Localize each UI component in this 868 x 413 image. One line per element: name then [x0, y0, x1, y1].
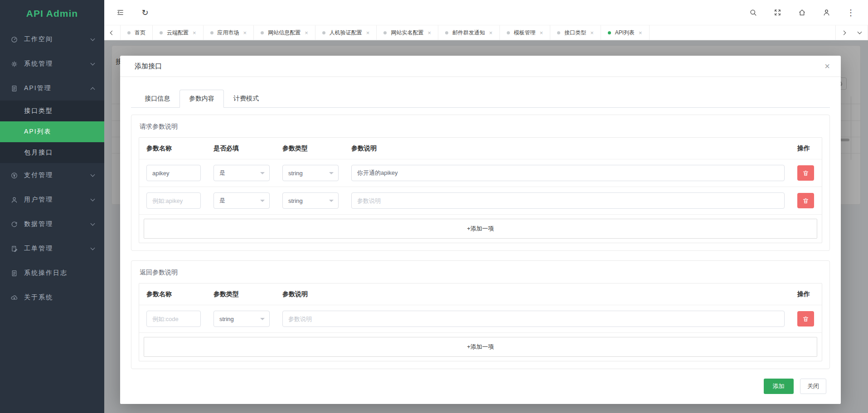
- col-header-desc: 参数说明: [282, 290, 785, 298]
- tab-dot: [210, 31, 213, 34]
- sidebar-item-users[interactable]: 用户管理: [0, 187, 104, 212]
- tab-close-icon[interactable]: ×: [540, 29, 543, 36]
- tab-close-icon[interactable]: ×: [305, 29, 308, 36]
- tab-close-icon[interactable]: ×: [243, 29, 247, 36]
- sidebar-item-operation-log[interactable]: 系统操作日志: [0, 261, 104, 285]
- tab-dot: [445, 31, 448, 34]
- trash-icon: [802, 197, 809, 204]
- tab-close-icon[interactable]: ×: [427, 29, 431, 36]
- table-row: 是 string: [139, 159, 822, 187]
- request-params-table: 参数名称 是否必填 参数类型 参数说明 操作 是 string: [139, 137, 822, 243]
- tab-app-market[interactable]: 应用市场 ×: [204, 25, 254, 40]
- app-logo: API Admin: [0, 0, 104, 27]
- tabs-scroll-right-icon[interactable]: [835, 25, 852, 40]
- tab-close-icon[interactable]: ×: [366, 29, 370, 36]
- chevron-down-icon: [91, 61, 95, 65]
- top-header: ↻ ⋮: [104, 0, 868, 25]
- tab-api-info[interactable]: 接口信息: [135, 90, 179, 108]
- ticket-edit-icon: [10, 245, 18, 253]
- col-header-op: 操作: [797, 290, 815, 298]
- document-icon: [10, 84, 18, 92]
- return-params-section: 返回参数说明 参数名称 参数类型 参数说明 操作 string: [131, 260, 830, 369]
- close-icon[interactable]: ×: [824, 62, 830, 71]
- param-name-input[interactable]: [146, 192, 201, 209]
- caret-down-icon: [260, 172, 265, 177]
- required-select[interactable]: 是: [213, 192, 270, 209]
- tabs-dropdown-icon[interactable]: [852, 25, 868, 40]
- sidebar-item-api-type[interactable]: 接口类型: [0, 101, 104, 121]
- tab-close-icon[interactable]: ×: [639, 29, 642, 36]
- tab-close-icon[interactable]: ×: [193, 29, 196, 36]
- param-type-select[interactable]: string: [282, 165, 339, 181]
- param-desc-input[interactable]: [282, 311, 785, 327]
- section-title: 请求参数说明: [140, 123, 822, 131]
- data-sync-icon: [10, 220, 18, 228]
- tab-billing-mode[interactable]: 计费模式: [224, 90, 268, 108]
- gear-icon: [10, 60, 18, 68]
- modal-tabs: 接口信息 参数内容 计费模式: [131, 90, 830, 108]
- chevron-down-icon: [91, 197, 95, 201]
- sidebar-item-workorder[interactable]: 工单管理: [0, 236, 104, 261]
- tab-cloud-config[interactable]: 云端配置 ×: [153, 25, 204, 40]
- param-desc-input[interactable]: [351, 192, 785, 209]
- tab-captcha-config[interactable]: 人机验证配置 ×: [315, 25, 377, 40]
- delete-row-button[interactable]: [797, 311, 814, 327]
- add-return-param-button[interactable]: +添加一项: [144, 337, 817, 357]
- param-desc-input[interactable]: [351, 165, 785, 181]
- request-params-section: 请求参数说明 参数名称 是否必填 参数类型 参数说明 操作 是 st: [131, 115, 830, 251]
- required-select[interactable]: 是: [213, 165, 270, 181]
- sidebar-item-about[interactable]: 关于系统: [0, 285, 104, 310]
- param-type-select[interactable]: string: [282, 192, 339, 209]
- tab-parameter-content[interactable]: 参数内容: [179, 90, 224, 108]
- user-profile-icon[interactable]: [817, 4, 835, 22]
- refresh-icon[interactable]: ↻: [136, 4, 154, 22]
- sidebar-item-data[interactable]: 数据管理: [0, 212, 104, 236]
- chevron-down-icon: [91, 245, 95, 250]
- submit-button[interactable]: 添加: [764, 379, 794, 394]
- sidebar-item-monthly-api[interactable]: 包月接口: [0, 142, 104, 163]
- tab-dot: [261, 31, 264, 34]
- more-menu-icon[interactable]: ⋮: [842, 4, 860, 22]
- modal-body: 接口信息 参数内容 计费模式 请求参数说明 参数名称 是否必填 参数类型 参数说…: [120, 77, 841, 369]
- sidebar-item-api-management[interactable]: API管理: [0, 76, 104, 101]
- tab-realname-config[interactable]: 网站实名配置 ×: [377, 25, 438, 40]
- tabs-scroll-left-icon[interactable]: [104, 25, 121, 40]
- tab-close-icon[interactable]: ×: [590, 29, 594, 36]
- fullscreen-icon[interactable]: [768, 4, 786, 22]
- user-icon: [10, 196, 18, 204]
- return-params-table: 参数名称 参数类型 参数说明 操作 string: [139, 283, 822, 361]
- tab-api-list[interactable]: API列表 ×: [601, 25, 650, 40]
- table-header-row: 参数名称 参数类型 参数说明 操作: [139, 283, 822, 305]
- modal-title: 添加接口: [135, 62, 162, 71]
- tab-template-management[interactable]: 模板管理 ×: [500, 25, 551, 40]
- tab-dot: [557, 31, 560, 34]
- sidebar-item-payment[interactable]: 支付管理: [0, 163, 104, 187]
- search-icon[interactable]: [744, 4, 762, 22]
- tab-site-info-config[interactable]: 网站信息配置 ×: [254, 25, 315, 40]
- sidebar-item-system[interactable]: 系统管理: [0, 52, 104, 76]
- param-name-input[interactable]: [146, 311, 201, 327]
- caret-down-icon: [260, 200, 265, 204]
- tab-dot: [160, 31, 163, 34]
- dashboard-icon: [10, 35, 18, 43]
- chevron-down-icon: [91, 36, 95, 41]
- menu-fold-icon[interactable]: [111, 4, 129, 22]
- delete-row-button[interactable]: [797, 165, 814, 181]
- param-name-input[interactable]: [146, 165, 201, 181]
- tab-api-type[interactable]: 接口类型 ×: [550, 25, 601, 40]
- tab-dot: [383, 31, 387, 34]
- tab-dot: [127, 31, 131, 34]
- cancel-button[interactable]: 关闭: [800, 379, 826, 394]
- param-type-select[interactable]: string: [213, 311, 270, 327]
- tab-home[interactable]: 首页: [121, 25, 153, 40]
- tab-close-icon[interactable]: ×: [489, 29, 493, 36]
- page-tabbar: 首页 云端配置 × 应用市场 × 网站信息配置 × 人机验证配置 × 网站实名配…: [104, 25, 868, 40]
- home-icon[interactable]: [793, 4, 811, 22]
- delete-row-button[interactable]: [797, 193, 814, 208]
- tab-dot-active: [608, 31, 611, 34]
- sidebar-item-workspace[interactable]: 工作空间: [0, 27, 104, 52]
- tab-mail-notify[interactable]: 邮件群发通知 ×: [438, 25, 500, 40]
- api-management-submenu: 接口类型 API列表 包月接口: [0, 101, 104, 163]
- sidebar-item-api-list[interactable]: API列表: [0, 121, 104, 142]
- add-request-param-button[interactable]: +添加一项: [144, 219, 817, 239]
